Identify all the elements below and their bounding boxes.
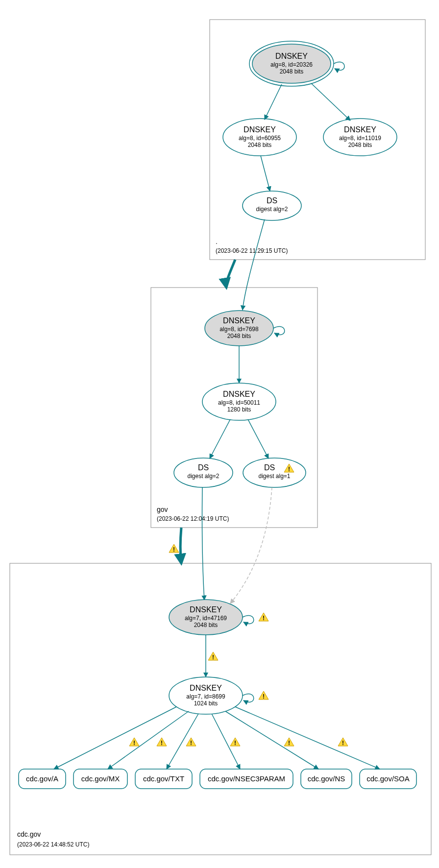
svg-text:cdc.gov/A: cdc.gov/A [26,774,58,783]
svg-text:DNSKEY: DNSKEY [244,125,276,134]
zone-root-label: . [216,238,218,245]
warning-icon [259,613,268,622]
svg-text:digest alg=1: digest alg=1 [258,473,290,480]
svg-text:DS: DS [198,463,209,472]
node-root-zsk: DNSKEY alg=8, id=60955 2048 bits [223,119,296,156]
svg-text:2048 bits: 2048 bits [348,142,372,148]
svg-text:cdc.gov/MX: cdc.gov/MX [81,774,120,783]
warning-icon [169,544,179,553]
svg-text:cdc.gov/NS: cdc.gov/NS [308,774,345,783]
edge-cdc-zsk-self [243,694,254,702]
edge-govds2-cdcksk [230,487,272,603]
svg-text:1024 bits: 1024 bits [194,700,218,707]
zone-cdc-label: cdc.gov [17,830,41,838]
svg-text:cdc.gov/SOA: cdc.gov/SOA [366,774,410,783]
node-cdc-ksk: DNSKEY alg=7, id=47169 2048 bits [169,600,243,635]
edge-zsk-ns [225,711,318,769]
svg-text:cdc.gov/TXT: cdc.gov/TXT [143,774,184,783]
svg-text:DNSKEY: DNSKEY [190,605,222,614]
edge-gov-ksk-self [273,327,285,335]
rr-nsec3param: cdc.gov/NSEC3PARAM [200,769,293,789]
svg-text:1280 bits: 1280 bits [227,406,251,413]
edge-zsk-a [54,707,176,769]
warning-icon [129,738,139,747]
node-root-ds: DS digest alg=2 [243,191,301,220]
svg-text:alg=8, id=50011: alg=8, id=50011 [218,399,260,406]
edge-govds1-cdcksk [202,487,204,600]
edge-rootds-govksk [243,219,265,310]
edge-gov-zsk-ds1 [210,419,230,458]
svg-text:alg=8, id=20326: alg=8, id=20326 [270,61,313,68]
svg-text:digest alg=2: digest alg=2 [256,206,288,213]
edge-root-ksk-self [334,62,344,71]
warning-icon [338,738,348,747]
svg-text:DS: DS [267,196,277,205]
node-root-ksk: DNSKEY alg=8, id=20326 2048 bits [249,41,334,86]
svg-text:cdc.gov/NSEC3PARAM: cdc.gov/NSEC3PARAM [208,774,285,783]
svg-text:digest alg=2: digest alg=2 [187,473,219,480]
svg-text:alg=8, id=11019: alg=8, id=11019 [339,135,381,142]
zone-root-timestamp: (2023-06-22 11:29:15 UTC) [216,247,288,254]
node-gov-ds1: DS digest alg=2 [174,458,233,487]
edge-root-ksk-key2 [311,83,350,121]
rr-a: cdc.gov/A [19,769,66,789]
svg-text:DNSKEY: DNSKEY [223,390,255,398]
svg-text:alg=7, id=47169: alg=7, id=47169 [185,615,227,622]
svg-text:2048 bits: 2048 bits [194,622,218,628]
rr-txt: cdc.gov/TXT [135,769,192,789]
svg-text:DNSKEY: DNSKEY [223,316,255,325]
warning-icon [186,738,196,747]
edge-root-zsk-ds [261,156,270,191]
warning-icon [230,738,240,747]
svg-text:2048 bits: 2048 bits [227,333,251,339]
node-root-key2: DNSKEY alg=8, id=11019 2048 bits [323,119,397,156]
svg-text:alg=8, id=60955: alg=8, id=60955 [239,135,281,142]
rr-soa: cdc.gov/SOA [360,769,416,789]
svg-text:alg=8, id=7698: alg=8, id=7698 [220,326,259,333]
rr-ns: cdc.gov/NS [301,769,352,789]
svg-text:alg=7, id=8699: alg=7, id=8699 [186,693,225,700]
rr-mx: cdc.gov/MX [73,769,127,789]
zone-cdc-timestamp: (2023-06-22 14:48:52 UTC) [17,841,89,848]
warning-icon [157,738,167,747]
edge-cdc-ksk-self [243,616,254,624]
svg-text:DNSKEY: DNSKEY [190,684,222,692]
edge-root-to-gov-deleg [226,260,235,288]
warning-icon [284,738,294,747]
node-gov-ds2: DS digest alg=1 [243,458,306,487]
warning-icon [208,652,218,661]
node-gov-ksk: DNSKEY alg=8, id=7698 2048 bits [205,311,273,346]
zone-gov-label: gov [157,506,168,513]
svg-text:DNSKEY: DNSKEY [275,52,308,60]
warning-icon [259,691,268,700]
edge-gov-to-cdc-deleg [180,528,181,563]
edge-zsk-mx [108,711,189,769]
edge-root-ksk-zsk [265,84,282,120]
edge-zsk-soa [235,707,380,769]
edge-gov-zsk-ds2 [248,419,268,458]
svg-text:DS: DS [264,463,275,472]
svg-text:2048 bits: 2048 bits [280,68,304,75]
node-gov-zsk: DNSKEY alg=8, id=50011 1280 bits [202,383,276,420]
zone-gov-timestamp: (2023-06-22 12:04:19 UTC) [157,515,229,522]
svg-text:2048 bits: 2048 bits [248,142,272,148]
svg-text:DNSKEY: DNSKEY [344,125,376,134]
node-cdc-zsk: DNSKEY alg=7, id=8699 1024 bits [169,677,243,714]
edge-zsk-txt [167,714,198,769]
